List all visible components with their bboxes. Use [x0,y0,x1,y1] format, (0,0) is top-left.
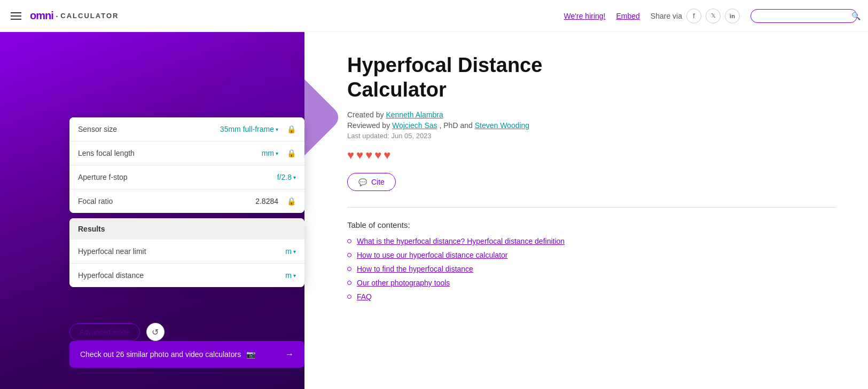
content-divider [347,207,836,208]
search-box: 🔍 [750,9,857,23]
heart-2: ♥ [356,148,363,162]
sensor-size-label: Sensor size [78,125,216,133]
author3-link[interactable]: Steven Wooding [475,121,529,130]
share-via-label: Share via [651,12,682,20]
cta-arrow-icon: → [285,350,294,359]
hyperfocal-distance-label: Hyperfocal distance [78,271,281,280]
results-header: Results [69,218,304,240]
hiring-link[interactable]: We're hiring! [564,12,606,20]
cta-banner[interactable]: Check out 26 similar photo and video cal… [69,341,304,368]
share-section: Share via f 𝕏 in [651,9,740,23]
aperture-label: Aperture f-stop [78,173,273,181]
linkedin-share-button[interactable]: in [725,9,740,23]
advanced-mode-button[interactable]: Advanced mode [69,323,140,341]
search-icon[interactable]: 🔍 [851,12,861,20]
toc-item-3: How to find the hyperfocal distance [347,265,836,273]
heart-5: ♥ [384,148,390,162]
created-by-label: Created by [347,110,384,119]
cite-chat-icon: 💬 [358,178,367,186]
toc-link-4[interactable]: Our other photography tools [357,279,450,287]
toc-link-5[interactable]: FAQ [357,292,372,301]
article-title: Hyperfocal Distance Calculator [347,53,836,102]
focal-ratio-label: Focal ratio [78,197,251,205]
logo-omni-text: omni [30,10,53,22]
focal-ratio-value: 2.8284 [255,197,278,205]
article-content: Hyperfocal Distance Calculator Created b… [304,32,868,389]
sensor-size-arrow: ▾ [276,126,278,132]
created-by-line: Created by Kenneth Alambra [347,110,836,119]
hyperfocal-near-limit-unit: m [285,247,292,256]
toc-link-3[interactable]: How to find the hyperfocal distance [357,265,473,273]
toc-item-4: Our other photography tools [347,279,836,287]
aperture-value: f/2.8 [277,173,292,181]
focal-length-label: Lens focal length [78,149,257,157]
author1-link[interactable]: Kenneth Alambra [386,110,443,119]
heart-4: ♥ [374,148,381,162]
logo-calc-text: CALCULATOR [60,12,119,20]
results-card: Results Hyperfocal near limit m ▾ Hyperf… [69,218,304,287]
toc-item-1: What is the hyperfocal distance? Hyperfo… [347,237,836,245]
toc-bullet-5 [347,295,351,299]
search-input[interactable] [757,12,847,20]
calculator-widget: Sensor size 35mm full-frame ▾ 🔒 Lens foc… [69,117,304,287]
toc-link-1[interactable]: What is the hyperfocal distance? Hyperfo… [357,237,565,245]
focal-ratio-lock-icon[interactable]: 🔒 [287,197,296,205]
last-updated-text: Last updated: Jun 05, 2023 [347,132,836,140]
hyperfocal-distance-dropdown[interactable]: m ▾ [285,271,296,280]
toc-bullet-4 [347,281,351,285]
logo-dot: · [56,10,59,22]
toc-item-2: How to use our hyperfocal distance calcu… [347,251,836,259]
reviewed-by-label: Reviewed by [347,121,390,130]
site-header: omni· CALCULATOR We're hiring! Embed Sha… [0,0,868,32]
reset-button[interactable]: ↺ [146,323,165,341]
toc-title: Table of contents: [347,220,836,229]
author2-link[interactable]: Wojciech Sas [392,121,437,130]
hyperfocal-distance-arrow: ▾ [293,273,296,279]
logo[interactable]: omni· CALCULATOR [30,10,119,22]
sensor-size-value: 35mm full-frame [220,125,274,133]
hyperfocal-distance-field: Hyperfocal distance m ▾ [69,264,304,287]
hamburger-menu[interactable] [11,12,21,20]
input-fields-card: Sensor size 35mm full-frame ▾ 🔒 Lens foc… [69,117,304,213]
header-left: omni· CALCULATOR [11,10,556,22]
embed-link[interactable]: Embed [616,12,639,20]
toc-item-5: FAQ [347,292,836,301]
cite-button[interactable]: 💬 Cite [347,173,396,191]
hyperfocal-near-limit-arrow: ▾ [293,249,296,255]
toc-list: What is the hyperfocal distance? Hyperfo… [347,237,836,301]
cta-label: Check out 26 similar photo and video cal… [80,350,259,359]
toc-link-2[interactable]: How to use our hyperfocal distance calcu… [357,251,507,259]
aperture-dropdown[interactable]: f/2.8 ▾ [277,173,296,181]
focal-length-field: Lens focal length mm ▾ 🔒 [69,141,304,165]
bottom-controls: Advanced mode ↺ [69,323,165,341]
reviewed-by-line: Reviewed by Wojciech Sas , PhD and Steve… [347,121,836,130]
facebook-share-button[interactable]: f [686,9,701,23]
focal-length-value: mm [262,149,274,157]
focal-length-lock-icon[interactable]: 🔒 [287,149,296,157]
heart-1: ♥ [347,148,354,162]
aperture-arrow: ▾ [293,174,296,180]
camera-icon: 📷 [246,350,255,359]
toc-bullet-1 [347,239,351,243]
aperture-field: Aperture f-stop f/2.8 ▾ [69,165,304,189]
phd-label: , PhD and [440,121,473,130]
focal-length-arrow: ▾ [276,150,278,156]
toc-bullet-2 [347,253,351,257]
sensor-size-lock-icon[interactable]: 🔒 [287,125,296,133]
sensor-size-field: Sensor size 35mm full-frame ▾ 🔒 [69,117,304,141]
hyperfocal-near-limit-label: Hyperfocal near limit [78,247,281,256]
hyperfocal-near-limit-dropdown[interactable]: m ▾ [285,247,296,256]
left-panel: Sensor size 35mm full-frame ▾ 🔒 Lens foc… [0,32,304,389]
hearts-rating: ♥ ♥ ♥ ♥ ♥ [347,148,836,162]
main-container: Sensor size 35mm full-frame ▾ 🔒 Lens foc… [0,0,868,389]
focal-ratio-field: Focal ratio 2.8284 🔒 [69,189,304,213]
twitter-share-button[interactable]: 𝕏 [706,9,721,23]
focal-length-dropdown[interactable]: mm ▾ [262,149,278,157]
sensor-size-dropdown[interactable]: 35mm full-frame ▾ [220,125,278,133]
cite-label: Cite [371,178,385,186]
hyperfocal-near-limit-field: Hyperfocal near limit m ▾ [69,240,304,264]
heart-3: ♥ [365,148,372,162]
reset-icon: ↺ [152,327,159,337]
header-right: We're hiring! Embed Share via f 𝕏 in 🔍 [564,9,857,23]
toc-bullet-3 [347,267,351,271]
